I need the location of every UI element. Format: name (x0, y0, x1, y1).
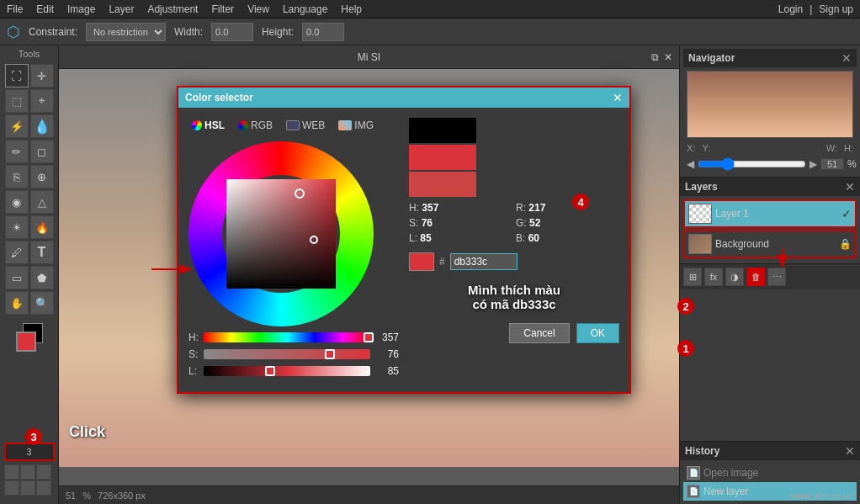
color-preview-current (409, 172, 476, 197)
layer-delete-btn[interactable]: 🗑 (746, 268, 765, 286)
sharpen-tool[interactable]: △ (30, 190, 54, 214)
menu-edit[interactable]: Edit (36, 3, 54, 15)
foreground-color[interactable] (16, 332, 36, 352)
history-close[interactable]: ✕ (845, 444, 855, 458)
navigator-preview (687, 71, 853, 138)
l-thumb[interactable] (265, 366, 275, 376)
navigator-close[interactable]: ✕ (841, 51, 852, 65)
badge-4: 4 (572, 194, 589, 210)
magic-wand-tool[interactable]: ⚡ (5, 114, 29, 138)
brush-tool[interactable]: ✏ (5, 140, 29, 163)
history-item-open[interactable]: 📄 Open image (683, 464, 857, 482)
dialog-buttons: Cancel OK (409, 323, 619, 343)
tab-web[interactable]: WEB (283, 118, 328, 133)
move-tool[interactable]: ✛ (30, 64, 54, 88)
canvas-close-icon[interactable]: ✕ (664, 51, 672, 63)
pen-tool[interactable]: 🖊 (5, 241, 29, 264)
cancel-button[interactable]: Cancel (509, 323, 569, 343)
color-right: H: 357 R: 217 S: 76 G: 52 L: 85 B: 60 # (409, 118, 619, 382)
shape-tool[interactable]: ▭ (5, 266, 29, 289)
canvas-area: Mi SI ⧉ ✕ Color selector ✕ (59, 45, 679, 504)
layer-item-bg[interactable]: Background 🔒 (683, 230, 857, 258)
layer-more-btn[interactable]: ⋯ (767, 268, 786, 286)
tab-rgb[interactable]: RGB (235, 118, 276, 133)
ok-button[interactable]: OK (576, 323, 619, 343)
constraint-select[interactable]: No restriction (86, 23, 166, 41)
hex-input[interactable] (450, 253, 518, 270)
h-track[interactable] (204, 332, 370, 342)
h-field-label: H: (409, 202, 419, 214)
h-value: 357 (375, 332, 399, 343)
zoom-tool[interactable]: 🔍 (30, 291, 54, 315)
menu-help[interactable]: Help (341, 3, 362, 15)
color-preview-new (409, 118, 476, 143)
navigator-title: Navigator (688, 52, 735, 64)
menu-layer[interactable]: Layer (109, 3, 134, 15)
navigator-zoom-slider[interactable] (698, 161, 806, 167)
login-link[interactable]: Login (778, 3, 803, 15)
eraser-tool[interactable]: ◻ (30, 140, 54, 163)
separator: | (810, 3, 812, 15)
layer-group-btn[interactable]: ⊞ (683, 268, 702, 286)
menu-file[interactable]: File (7, 3, 23, 15)
signup-link[interactable]: Sign up (819, 3, 853, 15)
layers-content: Layer 1 ✓ Background 🔒 (680, 196, 860, 263)
dialog-close-button[interactable]: ✕ (613, 91, 623, 104)
lasso-tool[interactable]: ⌖ (30, 89, 54, 113)
g-field-label: G: (516, 217, 527, 229)
s-track[interactable] (204, 349, 370, 359)
select-rect-tool[interactable]: ⬚ (5, 89, 29, 113)
layer-fx-btn[interactable]: fx (704, 268, 723, 286)
b-field-label: B: (516, 232, 525, 244)
history-header: History ✕ (680, 442, 860, 460)
tab-hsl[interactable]: HSL (188, 118, 228, 133)
fullscreen-btn[interactable]: 3 (4, 443, 55, 461)
dodge-tool[interactable]: ☀ (5, 215, 29, 239)
layers-close[interactable]: ✕ (845, 180, 855, 194)
color-square-handle[interactable] (310, 236, 318, 244)
eyedropper-tool[interactable]: 💧 (30, 114, 54, 138)
burn-tool[interactable]: 🔥 (30, 215, 54, 239)
navigator-zoom-input[interactable] (820, 158, 844, 170)
layer-item-1[interactable]: Layer 1 ✓ (683, 199, 857, 228)
s-thumb[interactable] (325, 349, 335, 359)
l-track[interactable] (204, 366, 370, 376)
layer-name-1: Layer 1 (715, 208, 838, 220)
nav-triangle-right[interactable]: ▶ (810, 158, 817, 170)
canvas-title: Mi SI (358, 51, 380, 63)
layer-mask-btn[interactable]: ◑ (725, 268, 744, 286)
main-layout: Tools ⛶ ✛ ⬚ ⌖ ⚡ 💧 ✏ ◻ ⎘ ⊕ ◉ △ ☀ 🔥 (0, 45, 860, 504)
right-panel: Navigator ✕ X: Y: W: H: ◀ ▶ % (679, 45, 860, 504)
path-tool[interactable]: ⬟ (30, 266, 54, 289)
color-square[interactable] (226, 179, 336, 289)
canvas-restore-icon[interactable]: ⧉ (651, 51, 659, 63)
menu-filter[interactable]: Filter (211, 3, 234, 15)
nav-w-label: W: (826, 143, 837, 153)
clone-tool[interactable]: ⎘ (5, 165, 29, 188)
blur-tool[interactable]: ◉ (5, 190, 29, 214)
color-wheel-container[interactable] (188, 141, 374, 326)
color-wheel-handle[interactable] (295, 188, 305, 199)
heal-tool[interactable]: ⊕ (30, 165, 54, 188)
b-field-value: 60 (528, 232, 539, 244)
l-field-value: 85 (420, 232, 431, 244)
canvas-titlebar: Mi SI ⧉ ✕ (59, 45, 679, 69)
h-thumb[interactable] (364, 332, 374, 342)
color-wheel[interactable] (188, 141, 374, 326)
s-label: S: (188, 348, 199, 360)
constraint-label: Constraint: (29, 26, 77, 38)
color-square-container (222, 175, 340, 293)
tab-img[interactable]: IMG (335, 118, 377, 133)
height-input[interactable] (302, 23, 344, 41)
layer-check-1[interactable]: ✓ (841, 207, 852, 220)
text-tool[interactable]: T (30, 241, 54, 264)
crop-tool[interactable]: ⛶ (5, 64, 29, 88)
hand-tool[interactable]: ✋ (5, 291, 29, 315)
width-input[interactable] (211, 23, 253, 41)
tools-title: Tools (19, 49, 40, 59)
menu-language[interactable]: Language (283, 3, 327, 15)
menu-image[interactable]: Image (67, 3, 95, 15)
menu-adjustment[interactable]: Adjustment (147, 3, 198, 15)
nav-triangle-left[interactable]: ◀ (687, 158, 694, 170)
menu-view[interactable]: View (247, 3, 269, 15)
